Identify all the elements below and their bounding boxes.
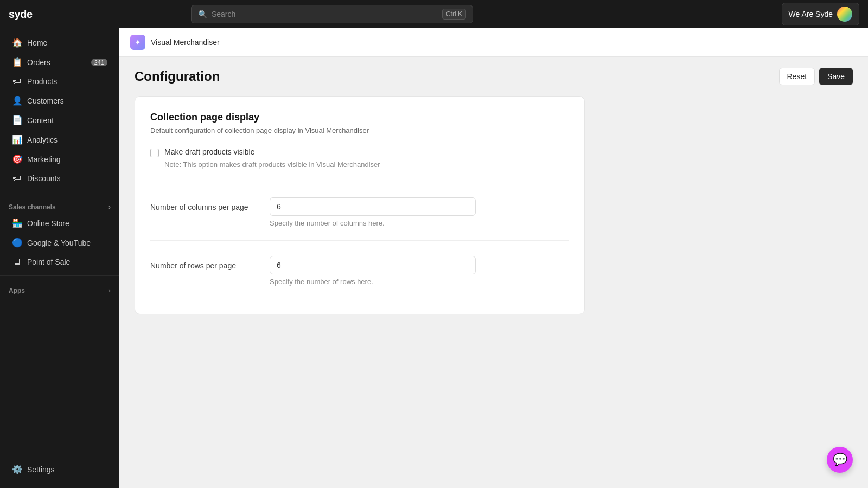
marketing-icon: 🎯 xyxy=(12,154,22,164)
card-title: Collection page display xyxy=(150,112,569,123)
sidebar-item-point-of-sale[interactable]: 🖥 Point of Sale xyxy=(3,253,116,271)
chevron-right-icon: › xyxy=(108,203,111,211)
main-content: ✦ Visual Merchandiser Configuration Rese… xyxy=(119,0,868,488)
products-icon: 🏷 xyxy=(12,76,22,86)
app-title: Visual Merchandiser xyxy=(151,38,220,47)
sidebar-item-home[interactable]: 🏠 Home xyxy=(3,33,116,52)
rows-input[interactable] xyxy=(270,256,476,274)
sidebar-item-products[interactable]: 🏷 Products xyxy=(3,72,116,91)
sidebar-item-label: Orders xyxy=(27,58,50,67)
sidebar-item-label: Customers xyxy=(27,97,64,105)
topbar-right: We Are Syde xyxy=(782,3,859,25)
logo: syde xyxy=(9,8,33,21)
rows-hint: Specify the number of rows here. xyxy=(270,278,569,286)
draft-products-group: Make draft products visible Note: This o… xyxy=(150,147,569,169)
sidebar-item-online-store[interactable]: 🏪 Online Store xyxy=(3,214,116,233)
sidebar-nav: 🏠 Home 📋 Orders 241 🏷 Products 👤 Custome… xyxy=(0,28,119,446)
store-name: We Are Syde xyxy=(789,10,833,18)
sidebar-item-label: Products xyxy=(27,77,57,86)
sidebar-item-google-youtube[interactable]: 🔵 Google & YouTube xyxy=(3,233,116,252)
sidebar-divider-2 xyxy=(0,275,119,276)
card-divider-1 xyxy=(150,182,569,182)
sidebar-item-customers[interactable]: 👤 Customers xyxy=(3,91,116,110)
sidebar-bottom: ⚙️ Settings xyxy=(0,446,119,488)
rows-field-right: Specify the number of rows here. xyxy=(270,256,569,286)
search-icon: 🔍 xyxy=(198,10,207,18)
sidebar-item-label: Google & YouTube xyxy=(27,239,91,247)
app-icon-symbol: ✦ xyxy=(135,38,141,47)
discounts-icon: 🏷 xyxy=(12,174,22,183)
store-switcher[interactable]: We Are Syde xyxy=(782,3,859,25)
rows-field-row: Number of rows per page Specify the numb… xyxy=(150,252,569,286)
orders-icon: 📋 xyxy=(12,57,22,67)
save-button[interactable]: Save xyxy=(819,68,853,85)
content-icon: 📄 xyxy=(12,115,22,125)
apps-label: Apps xyxy=(9,287,25,294)
app-icon: ✦ xyxy=(130,35,145,50)
reset-button[interactable]: Reset xyxy=(779,68,815,85)
store-avatar xyxy=(837,7,852,22)
orders-badge: 241 xyxy=(91,59,107,66)
sidebar-item-label: Home xyxy=(27,38,47,47)
google-icon: 🔵 xyxy=(12,237,22,248)
checkbox-row: Make draft products visible xyxy=(150,147,569,157)
sidebar-item-label: Online Store xyxy=(27,219,69,228)
sales-channels-label: Sales channels xyxy=(9,203,56,211)
card-divider-2 xyxy=(150,240,569,241)
card-subtitle: Default configuration of collection page… xyxy=(150,126,569,134)
sidebar-item-orders[interactable]: 📋 Orders 241 xyxy=(3,53,116,72)
chat-button[interactable]: 💬 xyxy=(827,447,853,473)
sidebar-item-label: Analytics xyxy=(27,136,58,144)
page-title: Configuration xyxy=(135,69,220,84)
sidebar: 🏠 Home 📋 Orders 241 🏷 Products 👤 Custome… xyxy=(0,0,119,488)
app-header: ✦ Visual Merchandiser xyxy=(119,28,868,57)
chat-icon: 💬 xyxy=(833,453,847,467)
settings-icon: ⚙️ xyxy=(12,464,22,474)
rows-label: Number of rows per page xyxy=(150,256,259,270)
search-input[interactable] xyxy=(212,10,438,18)
sidebar-divider-1 xyxy=(0,192,119,192)
sidebar-item-label: Point of Sale xyxy=(27,258,70,266)
sidebar-item-label: Discounts xyxy=(27,174,60,183)
sidebar-item-content[interactable]: 📄 Content xyxy=(3,111,116,130)
customers-icon: 👤 xyxy=(12,95,22,106)
sidebar-item-analytics[interactable]: 📊 Analytics xyxy=(3,130,116,149)
columns-field-row: Number of columns per page Specify the n… xyxy=(150,193,569,227)
home-icon: 🏠 xyxy=(12,37,22,48)
sidebar-divider-3 xyxy=(0,455,119,455)
columns-hint: Specify the number of columns here. xyxy=(270,219,569,227)
online-store-icon: 🏪 xyxy=(12,218,22,228)
sidebar-item-label: Settings xyxy=(27,465,55,474)
page-actions: Reset Save xyxy=(779,68,853,85)
checkbox-label: Make draft products visible xyxy=(164,147,255,156)
collection-display-card: Collection page display Default configur… xyxy=(135,96,585,314)
checkbox-note: Note: This option makes draft products v… xyxy=(164,160,569,169)
search-bar[interactable]: 🔍 Ctrl K xyxy=(191,5,473,23)
columns-label: Number of columns per page xyxy=(150,197,259,211)
columns-input[interactable] xyxy=(270,197,476,216)
search-shortcut: Ctrl K xyxy=(442,9,466,20)
apps-section[interactable]: Apps › xyxy=(0,280,119,297)
draft-products-checkbox[interactable] xyxy=(150,149,159,157)
sales-channels-section[interactable]: Sales channels › xyxy=(0,197,119,213)
topbar: syde 🔍 Ctrl K We Are Syde xyxy=(0,0,868,28)
sidebar-item-label: Content xyxy=(27,116,54,125)
page-header: Configuration Reset Save xyxy=(119,57,868,96)
chevron-right-icon-apps: › xyxy=(108,287,111,294)
sidebar-item-label: Marketing xyxy=(27,155,60,164)
sidebar-item-settings[interactable]: ⚙️ Settings xyxy=(3,460,116,479)
content-area: Collection page display Default configur… xyxy=(119,96,868,488)
analytics-icon: 📊 xyxy=(12,134,22,145)
sidebar-item-marketing[interactable]: 🎯 Marketing xyxy=(3,150,116,169)
columns-field-right: Specify the number of columns here. xyxy=(270,197,569,227)
sidebar-item-discounts[interactable]: 🏷 Discounts xyxy=(3,169,116,188)
pos-icon: 🖥 xyxy=(12,257,22,267)
